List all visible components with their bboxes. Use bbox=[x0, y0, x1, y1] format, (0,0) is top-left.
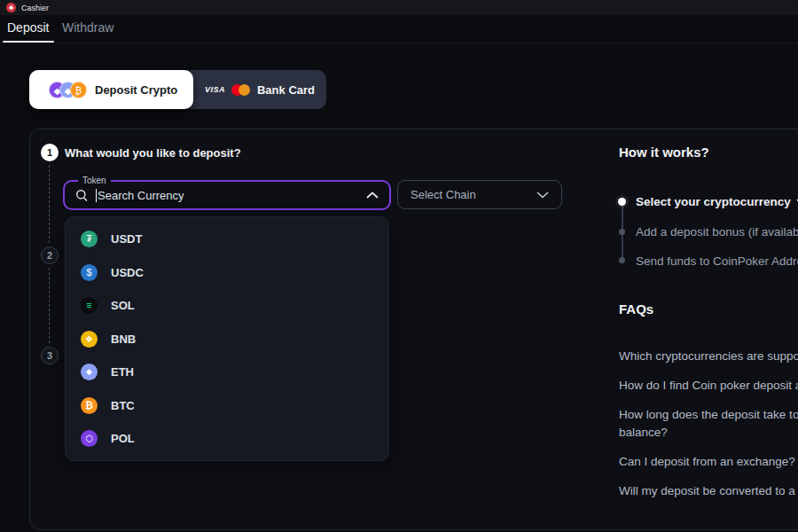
token-search-placeholder: Search Currency bbox=[98, 189, 184, 202]
usdt-icon: ₮ bbox=[81, 231, 98, 247]
token-option-eth[interactable]: ◆ ETH bbox=[66, 356, 388, 389]
tab-withdraw[interactable]: Withdraw bbox=[62, 20, 113, 35]
token-dropdown: ₮ USDT $ USDC ≡ SOL ❖ BNB ◆ ETH ₿ BTC bbox=[65, 216, 389, 461]
token-option-bnb[interactable]: ❖ BNB bbox=[66, 323, 388, 356]
text-cursor bbox=[96, 189, 97, 202]
usdc-icon: $ bbox=[81, 264, 98, 281]
token-option-sol[interactable]: ≡ SOL bbox=[66, 289, 388, 323]
faq-list: Which cryptocurrencies are supported? Ho… bbox=[619, 348, 798, 512]
chevron-up-icon[interactable] bbox=[366, 192, 379, 199]
token-field-label: Token bbox=[78, 176, 111, 185]
chevron-down-icon bbox=[536, 192, 549, 199]
hiw-step-send-funds: Send funds to CoinPoker Address bbox=[636, 254, 798, 268]
faq-question[interactable]: Which cryptocurrencies are supported? bbox=[619, 348, 798, 365]
token-option-pol[interactable]: ⬡ POL bbox=[66, 422, 388, 456]
how-it-works-title: How it works? bbox=[619, 145, 709, 160]
tab-deposit[interactable]: Deposit bbox=[7, 20, 49, 35]
pol-icon: ⬡ bbox=[81, 430, 98, 447]
token-option-btc[interactable]: ₿ BTC bbox=[66, 389, 388, 423]
top-app-bar: ♣ Cashier bbox=[0, 0, 798, 15]
coinpoker-logo-icon: ♣ bbox=[6, 3, 16, 12]
step-1-badge: 1 bbox=[41, 144, 59, 161]
search-icon bbox=[75, 189, 89, 202]
eth-icon: ◆ bbox=[81, 364, 98, 380]
step-3-badge: 3 bbox=[41, 347, 59, 364]
faq-question[interactable]: Can I deposit from an exchange? bbox=[619, 453, 798, 471]
faq-question[interactable]: How do I find Coin poker deposit address… bbox=[619, 377, 798, 395]
step-bullet bbox=[619, 257, 625, 263]
hiw-step-bonus: Add a deposit bonus (if available) bbox=[636, 225, 798, 239]
deposit-crypto-label: Deposit Crypto bbox=[95, 83, 177, 97]
bnb-icon: ❖ bbox=[81, 331, 98, 348]
step-bullet-active bbox=[618, 198, 626, 206]
chain-select-placeholder: Select Chain bbox=[411, 188, 476, 201]
token-option-usdc[interactable]: $ USDC bbox=[66, 256, 388, 290]
active-tab-underline bbox=[3, 41, 54, 43]
step-connector-1 bbox=[49, 165, 50, 243]
app-title: Cashier bbox=[21, 4, 49, 12]
step-1-title: What would you like to deposit? bbox=[65, 146, 241, 160]
step-connector-2 bbox=[49, 268, 50, 343]
btc-icon: ₿ bbox=[81, 397, 98, 414]
step-2-badge: 2 bbox=[41, 246, 59, 264]
payment-method-toggle: VISA Bank Card ◆◆₿ Deposit Crypto bbox=[29, 70, 326, 109]
crypto-coins-icon: ◆◆₿ bbox=[49, 82, 87, 98]
step-bullet bbox=[619, 229, 625, 235]
faq-question[interactable]: How long does the deposit take to appear… bbox=[619, 406, 798, 442]
visa-icon: VISA bbox=[205, 85, 225, 94]
sol-icon: ≡ bbox=[81, 297, 98, 314]
token-search-input[interactable]: Token Search Currency bbox=[63, 180, 391, 210]
cashier-window: ♣ Cashier Deposit Withdraw VISA Bank Car… bbox=[0, 0, 798, 532]
chain-select[interactable]: Select Chain bbox=[397, 180, 562, 209]
deposit-crypto-toggle[interactable]: ◆◆₿ Deposit Crypto bbox=[29, 70, 193, 109]
hiw-step-select-crypto[interactable]: Select your cryptocurrency bbox=[636, 195, 798, 208]
bank-card-label: Bank Card bbox=[257, 83, 315, 97]
tab-bar: Deposit Withdraw bbox=[0, 15, 798, 43]
bank-card-toggle[interactable]: VISA Bank Card bbox=[193, 70, 326, 109]
faqs-title: FAQs bbox=[619, 301, 653, 317]
token-option-usdt[interactable]: ₮ USDT bbox=[66, 223, 388, 256]
mastercard-icon bbox=[231, 84, 251, 96]
faq-question[interactable]: Will my deposit be converted to a differ… bbox=[619, 482, 798, 500]
